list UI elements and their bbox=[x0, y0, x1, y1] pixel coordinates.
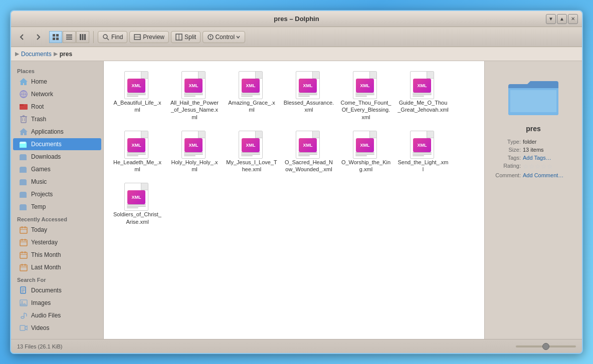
close-button[interactable]: ✕ bbox=[568, 14, 578, 24]
file-item[interactable]: XML Amazing_Grace_.xml bbox=[224, 67, 279, 125]
tags-label: Tags: bbox=[491, 155, 521, 161]
sidebar-item-temp[interactable]: Temp bbox=[13, 201, 101, 213]
sidebar-label-search-docs: Documents bbox=[31, 287, 62, 294]
control-button[interactable]: Control bbox=[203, 31, 245, 43]
titlebar: pres – Dolphin ▼ ▲ ✕ bbox=[11, 11, 582, 27]
svg-rect-1 bbox=[56, 34, 59, 37]
file-item[interactable]: XML O_Worship_the_King.xml bbox=[338, 127, 393, 177]
sidebar-item-last-month[interactable]: Last Month bbox=[13, 261, 101, 273]
comment-add-link[interactable]: Add Comment… bbox=[523, 172, 563, 178]
sidebar-item-root[interactable]: Root bbox=[13, 101, 101, 113]
sidebar-item-yesterday[interactable]: Yesterday bbox=[13, 236, 101, 248]
file-item[interactable]: XML He_Leadeth_Me_.xml bbox=[110, 127, 165, 177]
details-rating-row: Rating: ☆☆☆☆☆ bbox=[491, 163, 576, 170]
file-item[interactable]: XML Guide_Me_O_Thou_Great_Jehovah.xml bbox=[396, 67, 451, 125]
svg-rect-4 bbox=[66, 35, 72, 36]
sidebar-label-yesterday: Yesterday bbox=[31, 239, 58, 246]
forward-button[interactable] bbox=[31, 30, 45, 44]
back-button[interactable] bbox=[15, 30, 29, 44]
details-info: Type: folder Size: 13 items Tags: Add Ta… bbox=[491, 139, 576, 180]
tags-add-link[interactable]: Add Tags… bbox=[523, 155, 551, 161]
window-title: pres – Dolphin bbox=[274, 15, 319, 23]
find-button[interactable]: Find bbox=[98, 31, 127, 43]
places-header: Places bbox=[11, 65, 103, 75]
sidebar-item-games[interactable]: Games bbox=[13, 163, 101, 175]
search-header: Search For bbox=[11, 274, 103, 284]
svg-rect-9 bbox=[84, 34, 86, 40]
sidebar-item-network[interactable]: Network bbox=[13, 88, 101, 100]
details-folder-icon bbox=[508, 77, 558, 119]
sidebar-label-network: Network bbox=[31, 91, 53, 98]
applications-icon bbox=[19, 127, 28, 136]
sidebar-label-downloads: Downloads bbox=[31, 153, 61, 160]
split-button[interactable]: Split bbox=[171, 31, 201, 43]
file-name: O_Sacred_Head_Now_Wounded_.xml bbox=[283, 159, 334, 173]
home-icon bbox=[19, 77, 28, 86]
sidebar-label-games: Games bbox=[31, 166, 51, 173]
maximize-button[interactable]: ▲ bbox=[557, 14, 567, 24]
sidebar-item-downloads[interactable]: Downloads bbox=[13, 151, 101, 163]
file-item[interactable]: XML Come_Thou_Fount_Of_Every_Blessing.xm… bbox=[338, 67, 393, 125]
file-item[interactable]: XML Blessed_Assurance.xml bbox=[281, 67, 336, 125]
rating-stars[interactable]: ☆☆☆☆☆ bbox=[523, 163, 553, 170]
file-item[interactable]: XML All_Hail_the_Power_of_Jesus_Name.xml bbox=[167, 67, 222, 125]
statusbar-text: 13 Files (26.1 KiB) bbox=[17, 343, 512, 349]
svg-rect-3 bbox=[56, 38, 59, 40]
file-icon: XML bbox=[239, 71, 265, 97]
zoom-thumb[interactable] bbox=[542, 343, 549, 350]
sidebar-label-home: Home bbox=[31, 78, 47, 85]
sidebar-item-search-audio[interactable]: Audio Files bbox=[13, 309, 101, 321]
svg-rect-30 bbox=[20, 227, 27, 233]
file-icon: XML bbox=[181, 131, 208, 157]
root-icon bbox=[19, 102, 28, 111]
sidebar-label-trash: Trash bbox=[31, 116, 46, 123]
preview-button[interactable]: Preview bbox=[129, 31, 169, 43]
column-view-button[interactable] bbox=[76, 31, 89, 43]
content-area: XML A_Beautiful_Life_.xml bbox=[104, 61, 484, 339]
file-grid: XML A_Beautiful_Life_.xml bbox=[110, 67, 478, 229]
sidebar-item-applications[interactable]: Applications bbox=[13, 126, 101, 138]
sidebar-item-today[interactable]: Today bbox=[13, 224, 101, 236]
today-icon bbox=[19, 225, 28, 234]
file-item[interactable]: XML Holy_Holy_Holy_.xml bbox=[167, 127, 222, 177]
search-videos-icon bbox=[19, 323, 28, 332]
file-item[interactable]: XML A_Beautiful_Life_.xml bbox=[110, 67, 165, 125]
type-label: Type: bbox=[491, 139, 521, 145]
sidebar-label-applications: Applications bbox=[31, 128, 64, 135]
last-month-icon bbox=[19, 263, 28, 272]
file-icon: XML bbox=[124, 131, 150, 157]
file-item[interactable]: XML My_Jesus_I_Love_Thee.xml bbox=[224, 127, 279, 177]
sidebar-item-documents[interactable]: Documents bbox=[13, 138, 101, 150]
sidebar-label-this-month: This Month bbox=[31, 251, 61, 258]
separator-1 bbox=[93, 31, 94, 43]
sidebar-label-root: Root bbox=[31, 103, 44, 110]
icon-view-button[interactable] bbox=[49, 31, 62, 43]
file-item[interactable]: XML Soldiers_of_Christ_Arise.xml bbox=[110, 179, 165, 229]
file-name: Soldiers_of_Christ_Arise.xml bbox=[112, 211, 163, 225]
file-item[interactable]: XML O_Sacred_Head_Now_Wounded_.xml bbox=[281, 127, 336, 177]
sidebar-item-projects[interactable]: Projects bbox=[13, 188, 101, 200]
file-item[interactable]: XML Send_the_Light_.xml bbox=[396, 127, 451, 177]
file-icon: XML bbox=[296, 71, 322, 97]
file-icon: XML bbox=[181, 71, 208, 97]
sidebar-label-search-images: Images bbox=[31, 299, 51, 306]
file-icon: XML bbox=[239, 131, 265, 157]
file-name: Send_the_Light_.xml bbox=[398, 159, 449, 173]
file-name: Guide_Me_O_Thou_Great_Jehovah.xml bbox=[398, 99, 449, 114]
breadcrumb-documents[interactable]: Documents bbox=[21, 51, 52, 58]
sidebar-item-home[interactable]: Home bbox=[13, 76, 101, 88]
zoom-slider[interactable] bbox=[516, 345, 576, 347]
view-buttons bbox=[49, 31, 89, 43]
main-area: Places Home Network Root bbox=[11, 61, 582, 339]
svg-rect-2 bbox=[53, 38, 55, 40]
sidebar-item-music[interactable]: Music bbox=[13, 176, 101, 188]
sidebar-item-search-images[interactable]: Images bbox=[13, 297, 101, 309]
sidebar-item-this-month[interactable]: This Month bbox=[13, 249, 101, 261]
sidebar-item-search-videos[interactable]: Videos bbox=[13, 322, 101, 334]
sidebar-item-search-docs[interactable]: Documents bbox=[13, 284, 101, 296]
list-view-button[interactable] bbox=[63, 31, 76, 43]
minimize-button[interactable]: ▼ bbox=[546, 14, 556, 24]
file-name: Amazing_Grace_.xml bbox=[226, 99, 277, 114]
type-value: folder bbox=[523, 139, 537, 145]
sidebar-item-trash[interactable]: Trash bbox=[13, 113, 101, 125]
